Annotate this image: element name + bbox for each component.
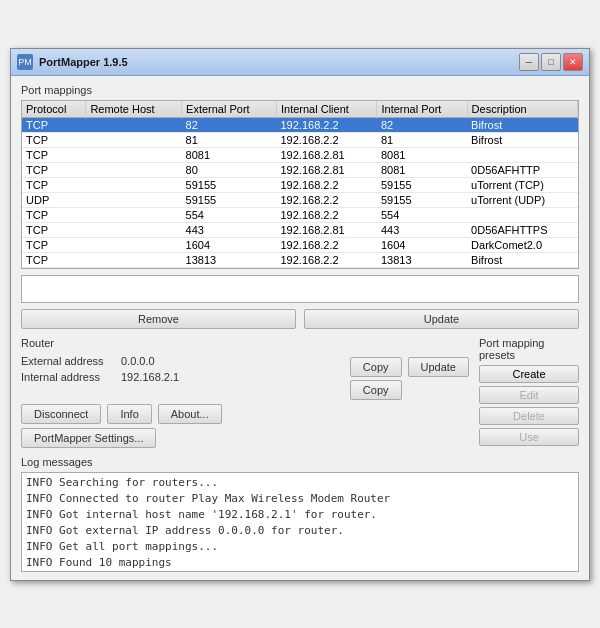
update-router-button[interactable]: Update xyxy=(408,357,469,377)
table-cell: 59155 xyxy=(182,177,277,192)
table-cell: TCP xyxy=(22,162,86,177)
table-row[interactable]: TCP1604192.168.2.21604DarkComet2.0 xyxy=(22,237,578,252)
title-bar: PM PortMapper 1.9.5 ─ □ ✕ xyxy=(11,49,589,76)
copy-external-button[interactable]: Copy xyxy=(350,357,402,377)
table-cell: 1604 xyxy=(182,237,277,252)
port-mappings-label: Port mappings xyxy=(21,84,579,96)
router-info: External address 0.0.0.0 Internal addres… xyxy=(21,355,344,387)
table-cell: 0D56AFHTTPS xyxy=(467,222,577,237)
presets-buttons: Create Edit Delete Use xyxy=(479,365,579,446)
table-row[interactable]: TCP8081192.168.2.818081 xyxy=(22,147,578,162)
table-cell: 59155 xyxy=(182,192,277,207)
table-cell xyxy=(86,147,182,162)
table-cell: 192.168.2.81 xyxy=(276,222,377,237)
log-line: INFO Got external IP address 0.0.0.0 for… xyxy=(26,523,574,539)
port-mappings-table: Protocol Remote Host External Port Inter… xyxy=(22,101,578,268)
edit-preset-button[interactable]: Edit xyxy=(479,386,579,404)
table-cell: TCP xyxy=(22,147,86,162)
port-mappings-table-container: Protocol Remote Host External Port Inter… xyxy=(21,100,579,269)
table-cell: 192.168.2.2 xyxy=(276,252,377,267)
table-cell: DarkComet2.0 xyxy=(467,237,577,252)
info-button[interactable]: Info xyxy=(107,404,151,424)
table-cell: 13813 xyxy=(377,252,467,267)
router-label: Router xyxy=(21,337,469,349)
table-row[interactable]: TCP81192.168.2.281Bifrost xyxy=(22,132,578,147)
about-button[interactable]: About... xyxy=(158,404,222,424)
table-cell: TCP xyxy=(22,252,86,267)
app-icon: PM xyxy=(17,54,33,70)
table-cell: TCP xyxy=(22,177,86,192)
copy-buttons-area: Copy Copy xyxy=(350,357,402,400)
presets-label: Port mapping presets xyxy=(479,337,579,361)
table-cell xyxy=(86,177,182,192)
col-internal-port: Internal Port xyxy=(377,101,467,118)
table-cell: Bifrost xyxy=(467,252,577,267)
table-cell: 192.168.2.81 xyxy=(276,147,377,162)
use-preset-button[interactable]: Use xyxy=(479,428,579,446)
log-label: Log messages xyxy=(21,456,579,468)
internal-address-label: Internal address xyxy=(21,371,121,383)
log-container[interactable]: INFO Searching for routers...INFO Connec… xyxy=(21,472,579,572)
table-cell: 0D56AFHTTP xyxy=(467,162,577,177)
table-cell xyxy=(86,237,182,252)
table-cell: Bifrost xyxy=(467,132,577,147)
disconnect-button[interactable]: Disconnect xyxy=(21,404,101,424)
log-line: INFO Searching for routers... xyxy=(26,475,574,491)
table-cell: 8081 xyxy=(377,147,467,162)
copy-internal-button[interactable]: Copy xyxy=(350,380,402,400)
log-line: INFO Get all port mappings... xyxy=(26,539,574,555)
internal-address-row: Internal address 192.168.2.1 xyxy=(21,371,344,383)
col-protocol: Protocol xyxy=(22,101,86,118)
delete-preset-button[interactable]: Delete xyxy=(479,407,579,425)
table-cell: uTorrent (TCP) xyxy=(467,177,577,192)
table-cell: 192.168.2.2 xyxy=(276,237,377,252)
table-row[interactable]: UDP59155192.168.2.259155uTorrent (UDP) xyxy=(22,192,578,207)
close-button[interactable]: ✕ xyxy=(563,53,583,71)
minimize-button[interactable]: ─ xyxy=(519,53,539,71)
col-internal-client: Internal Client xyxy=(276,101,377,118)
table-cell: 59155 xyxy=(377,192,467,207)
table-cell: 192.168.2.81 xyxy=(276,162,377,177)
table-row[interactable]: TCP13813192.168.2.213813Bifrost xyxy=(22,252,578,267)
table-cell: TCP xyxy=(22,207,86,222)
update-button-area: Update xyxy=(408,357,469,377)
update-main-button[interactable]: Update xyxy=(304,309,579,329)
table-body: TCP82192.168.2.282BifrostTCP81192.168.2.… xyxy=(22,117,578,267)
table-row[interactable]: TCP554192.168.2.2554 xyxy=(22,207,578,222)
presets-section: Port mapping presets Create Edit Delete … xyxy=(479,337,579,448)
remove-button[interactable]: Remove xyxy=(21,309,296,329)
table-cell: 192.168.2.2 xyxy=(276,132,377,147)
maximize-button[interactable]: □ xyxy=(541,53,561,71)
table-cell: 192.168.2.2 xyxy=(276,207,377,222)
col-description: Description xyxy=(467,101,577,118)
table-cell: TCP xyxy=(22,117,86,132)
create-preset-button[interactable]: Create xyxy=(479,365,579,383)
router-section: Router External address 0.0.0.0 Internal… xyxy=(21,337,469,448)
table-cell xyxy=(467,147,577,162)
table-cell: TCP xyxy=(22,222,86,237)
bottom-section: Router External address 0.0.0.0 Internal… xyxy=(21,337,579,448)
table-cell xyxy=(86,207,182,222)
table-row[interactable]: TCP80192.168.2.8180810D56AFHTTP xyxy=(22,162,578,177)
table-cell: Bifrost xyxy=(467,117,577,132)
table-header-row: Protocol Remote Host External Port Inter… xyxy=(22,101,578,118)
external-address-value: 0.0.0.0 xyxy=(121,355,155,367)
col-external-port: External Port xyxy=(182,101,277,118)
table-cell: 554 xyxy=(377,207,467,222)
table-cell xyxy=(467,207,577,222)
settings-button[interactable]: PortMapper Settings... xyxy=(21,428,156,448)
table-cell: 80 xyxy=(182,162,277,177)
table-row[interactable]: TCP443192.168.2.814430D56AFHTTPS xyxy=(22,222,578,237)
table-cell: 1604 xyxy=(377,237,467,252)
table-cell: 13813 xyxy=(182,252,277,267)
log-line: INFO Got internal host name '192.168.2.1… xyxy=(26,507,574,523)
external-address-row: External address 0.0.0.0 xyxy=(21,355,344,367)
table-cell: 8081 xyxy=(182,147,277,162)
table-cell: 82 xyxy=(377,117,467,132)
table-row[interactable]: TCP59155192.168.2.259155uTorrent (TCP) xyxy=(22,177,578,192)
table-cell xyxy=(86,117,182,132)
table-row[interactable]: TCP82192.168.2.282Bifrost xyxy=(22,117,578,132)
log-section: Log messages INFO Searching for routers.… xyxy=(21,456,579,572)
table-cell: 192.168.2.2 xyxy=(276,117,377,132)
internal-address-value: 192.168.2.1 xyxy=(121,371,179,383)
